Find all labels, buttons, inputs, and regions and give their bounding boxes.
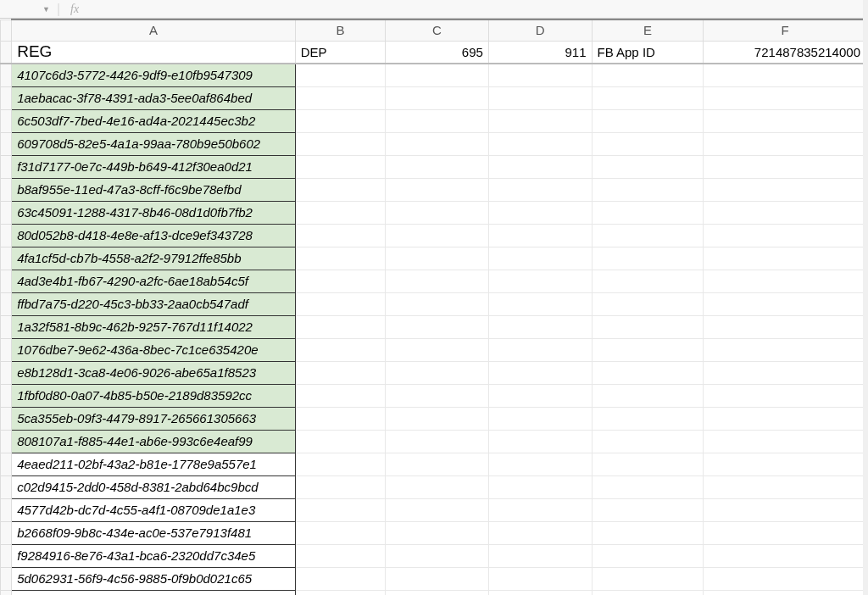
- cell[interactable]: [295, 521, 385, 544]
- cell[interactable]: [295, 544, 385, 567]
- name-box-dropdown-icon[interactable]: ▼: [42, 5, 50, 14]
- row-header[interactable]: [1, 430, 12, 453]
- cell[interactable]: [592, 498, 704, 521]
- cell[interactable]: [488, 292, 592, 315]
- cell[interactable]: [386, 361, 489, 384]
- cell[interactable]: [704, 247, 867, 270]
- cell[interactable]: [704, 521, 867, 544]
- cell[interactable]: DEP: [295, 41, 385, 64]
- cell[interactable]: [386, 407, 489, 430]
- cell[interactable]: [488, 109, 592, 132]
- cell[interactable]: [488, 407, 592, 430]
- column-header-f[interactable]: F: [704, 19, 867, 41]
- cell[interactable]: [386, 384, 489, 407]
- column-header-c[interactable]: C: [386, 19, 489, 41]
- cell[interactable]: [704, 64, 867, 86]
- cell[interactable]: 5d062931-56f9-4c56-9885-0f9b0d021c65: [12, 567, 296, 590]
- cell[interactable]: [295, 224, 385, 247]
- cell[interactable]: [592, 132, 704, 155]
- cell[interactable]: [592, 361, 704, 384]
- column-header-d[interactable]: D: [488, 19, 592, 41]
- cell[interactable]: [488, 178, 592, 201]
- cell[interactable]: [386, 109, 489, 132]
- cell[interactable]: [704, 132, 867, 155]
- cell[interactable]: 4eaed211-02bf-43a2-b81e-1778e9a557e1: [12, 453, 296, 475]
- cell[interactable]: 80d052b8-d418-4e8e-af13-dce9ef343728: [12, 224, 296, 247]
- cell[interactable]: [386, 86, 489, 109]
- row-header[interactable]: [1, 41, 12, 64]
- cell[interactable]: [704, 109, 867, 132]
- cell[interactable]: [295, 132, 385, 155]
- cell[interactable]: [704, 567, 867, 590]
- cell[interactable]: [488, 338, 592, 361]
- cell[interactable]: b2668f09-9b8c-434e-ac0e-537e7913f481: [12, 521, 296, 544]
- cell[interactable]: [295, 270, 385, 292]
- row-header[interactable]: [1, 338, 12, 361]
- cell[interactable]: [295, 86, 385, 109]
- cell[interactable]: [592, 64, 704, 86]
- cell[interactable]: [386, 315, 489, 338]
- row-header[interactable]: [1, 590, 12, 595]
- cell[interactable]: [704, 453, 867, 475]
- vertical-scrollbar[interactable]: [863, 0, 868, 595]
- cell[interactable]: 695: [386, 41, 489, 64]
- cell[interactable]: [704, 155, 867, 178]
- cell[interactable]: [295, 109, 385, 132]
- cell[interactable]: [592, 270, 704, 292]
- cell[interactable]: c02d9415-2dd0-458d-8381-2abd64bc9bcd: [12, 475, 296, 498]
- cell[interactable]: [386, 430, 489, 453]
- row-header[interactable]: [1, 567, 12, 590]
- cell[interactable]: [488, 86, 592, 109]
- cell[interactable]: [704, 498, 867, 521]
- cell[interactable]: [704, 178, 867, 201]
- row-header[interactable]: [1, 178, 12, 201]
- cell[interactable]: [386, 590, 489, 595]
- cell[interactable]: [592, 109, 704, 132]
- cell[interactable]: [386, 247, 489, 270]
- cell[interactable]: 1aebacac-3f78-4391-ada3-5ee0af864bed: [12, 86, 296, 109]
- cell[interactable]: [295, 201, 385, 224]
- cell[interactable]: [704, 292, 867, 315]
- row-header[interactable]: [1, 475, 12, 498]
- cell[interactable]: [592, 590, 704, 595]
- cell[interactable]: [592, 430, 704, 453]
- cell[interactable]: [295, 292, 385, 315]
- cell[interactable]: FB App ID: [592, 41, 704, 64]
- cell[interactable]: 1fbf0d80-0a07-4b85-b50e-2189d83592cc: [12, 384, 296, 407]
- cell[interactable]: cbfe0e53-58e2-4d40-8af6-62dce32b720d: [12, 590, 296, 595]
- cell[interactable]: [704, 86, 867, 109]
- cell[interactable]: [488, 498, 592, 521]
- cell[interactable]: [488, 315, 592, 338]
- cell[interactable]: [592, 224, 704, 247]
- cell[interactable]: [592, 247, 704, 270]
- cell[interactable]: [592, 567, 704, 590]
- cell[interactable]: [386, 338, 489, 361]
- row-header[interactable]: [1, 247, 12, 270]
- cell[interactable]: [295, 338, 385, 361]
- row-header[interactable]: [1, 201, 12, 224]
- cell[interactable]: 609708d5-82e5-4a1a-99aa-780b9e50b602: [12, 132, 296, 155]
- cell[interactable]: [592, 201, 704, 224]
- cell[interactable]: [592, 384, 704, 407]
- cell[interactable]: [592, 155, 704, 178]
- cell[interactable]: [386, 292, 489, 315]
- cell[interactable]: [488, 384, 592, 407]
- cell[interactable]: [592, 178, 704, 201]
- cell[interactable]: [704, 270, 867, 292]
- cell[interactable]: [592, 315, 704, 338]
- column-header-b[interactable]: B: [295, 19, 385, 41]
- row-header[interactable]: [1, 64, 12, 86]
- cell[interactable]: [704, 544, 867, 567]
- cell[interactable]: [592, 86, 704, 109]
- cell[interactable]: [488, 270, 592, 292]
- row-header[interactable]: [1, 109, 12, 132]
- cell[interactable]: [704, 475, 867, 498]
- cell[interactable]: [488, 155, 592, 178]
- cell[interactable]: [592, 544, 704, 567]
- cell[interactable]: [704, 315, 867, 338]
- formula-input[interactable]: [79, 0, 868, 18]
- cell[interactable]: [488, 544, 592, 567]
- cell[interactable]: [295, 361, 385, 384]
- cell[interactable]: [704, 430, 867, 453]
- cell[interactable]: [295, 315, 385, 338]
